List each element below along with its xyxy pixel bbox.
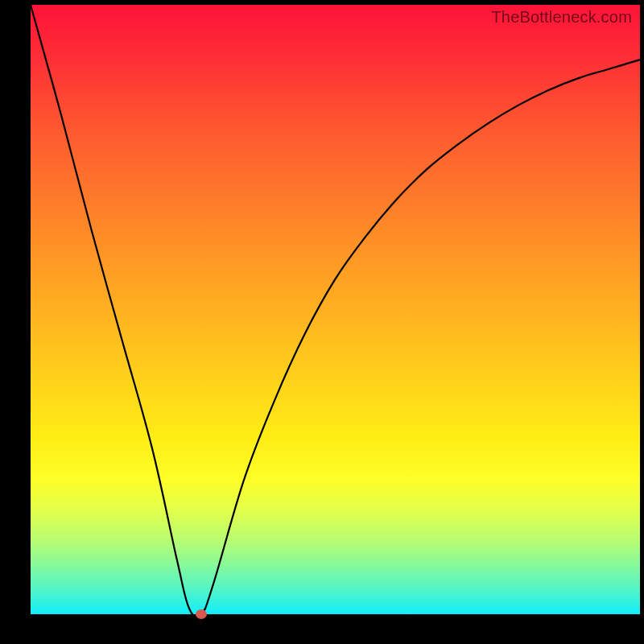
minimum-marker [196, 609, 207, 619]
chart-frame: TheBottleneck.com [0, 0, 644, 644]
curve-svg [31, 5, 640, 614]
bottleneck-curve-path [31, 5, 640, 617]
plot-area: TheBottleneck.com [31, 5, 640, 614]
